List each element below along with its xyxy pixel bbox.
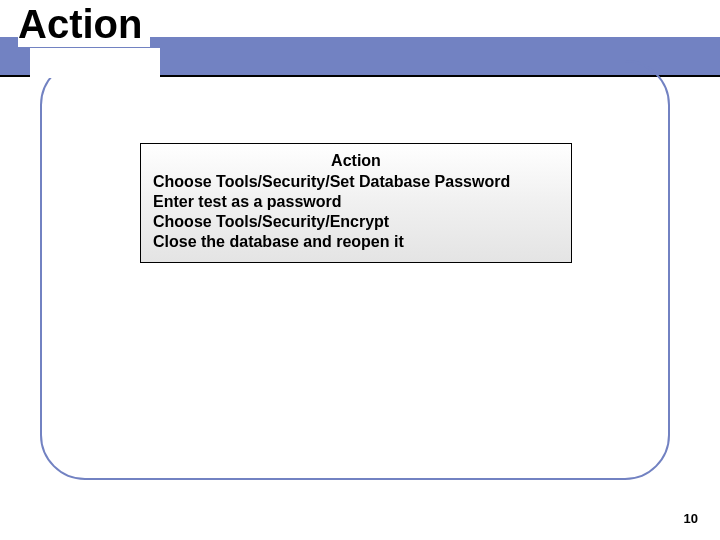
action-step: Enter test as a password [153, 192, 559, 212]
action-box: Action Choose Tools/Security/Set Databas… [140, 143, 572, 263]
content-frame [40, 60, 670, 480]
action-step: Choose Tools/Security/Encrypt [153, 212, 559, 232]
slide: Action Action Choose Tools/Security/Set … [0, 0, 720, 540]
action-heading: Action [153, 152, 559, 170]
slide-title: Action [18, 2, 150, 47]
page-number: 10 [684, 511, 698, 526]
title-mask [30, 48, 160, 78]
action-step: Close the database and reopen it [153, 232, 559, 252]
action-step: Choose Tools/Security/Set Database Passw… [153, 172, 559, 192]
